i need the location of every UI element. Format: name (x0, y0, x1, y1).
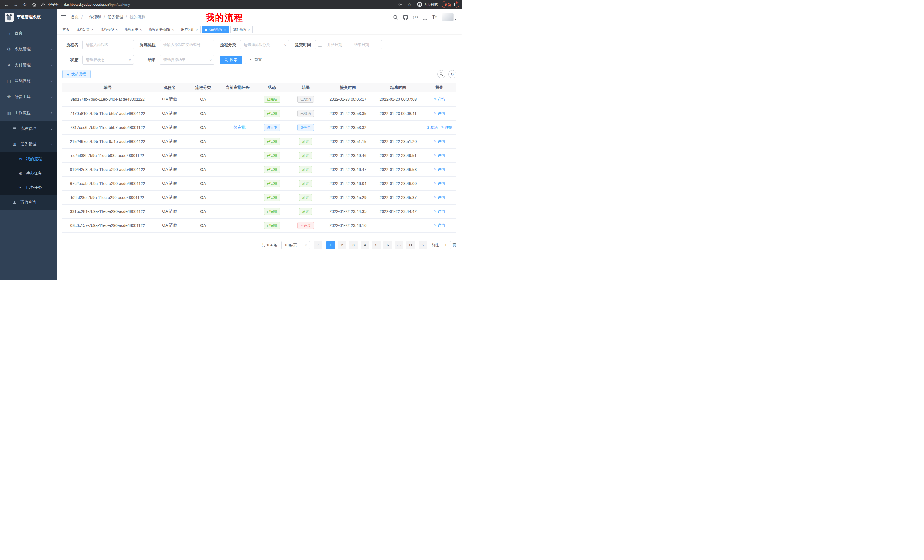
process-name-input[interactable] (82, 40, 134, 49)
close-icon[interactable]: × (140, 28, 142, 31)
cancel-link[interactable]: ⊘取消 (427, 125, 438, 130)
close-icon[interactable]: × (92, 28, 94, 31)
detail-link[interactable]: ✎详情 (434, 153, 445, 158)
pager-page-5[interactable]: 5 (372, 241, 381, 249)
detail-link[interactable]: ✎详情 (434, 209, 445, 214)
goto-label: 前往 (432, 243, 439, 248)
result-select-input[interactable] (160, 55, 214, 64)
detail-link[interactable]: ✎详情 (434, 181, 445, 186)
chevron-down-icon: ∨ (51, 96, 52, 99)
pager-ellipsis[interactable]: ··· (395, 241, 404, 249)
tab-process-form[interactable]: 流程表单× (122, 26, 144, 33)
breadcrumb-item[interactable]: 首页 (71, 15, 79, 20)
status-badge: 已完成 (264, 194, 280, 201)
sidebar-item-done-tasks[interactable]: ✂已办任务 (0, 180, 57, 195)
sidebar-item-dev-tools[interactable]: ⚒研发工具∨ (0, 89, 57, 105)
more-menu-icon[interactable]: ⋮ (453, 3, 457, 7)
pager-page-2[interactable]: 2 (338, 241, 346, 249)
sidebar-item-home[interactable]: ⌂首页 (0, 25, 57, 41)
tab-process-definition[interactable]: 流程定义× (74, 26, 96, 33)
category-select-input[interactable] (240, 40, 289, 49)
reset-button[interactable]: ↻ 重置 (245, 55, 266, 64)
close-icon[interactable]: × (116, 28, 118, 31)
sidebar-item-todo-tasks[interactable]: ◉待办任务 (0, 166, 57, 180)
bookmark-star-icon[interactable]: ☆ (406, 1, 413, 8)
user-avatar[interactable]: ▾ (442, 13, 456, 21)
key-icon[interactable] (397, 1, 404, 8)
back-icon[interactable]: ← (3, 1, 10, 8)
toggle-search-button[interactable] (438, 70, 446, 78)
sidebar-item-payment-management[interactable]: ¥支付管理∨ (0, 57, 57, 73)
status-badge: 已完成 (264, 180, 280, 187)
caret-down-icon: ▾ (455, 18, 456, 21)
detail-link[interactable]: ✎详情 (434, 139, 445, 144)
owner-process-input[interactable] (160, 40, 214, 49)
create-process-button[interactable]: + 发起流程 (62, 70, 90, 78)
update-button[interactable]: 更新 ⋮ (442, 1, 459, 8)
sidebar-item-task-management[interactable]: ⊞任务管理∧ (0, 136, 57, 152)
pager-page-4[interactable]: 4 (361, 241, 369, 249)
cell-category: OA (186, 190, 220, 204)
row-actions: ✎详情 (434, 153, 445, 158)
tab-process-form-edit[interactable]: 流程表单-编辑× (146, 26, 177, 33)
result-badge: 处理中 (297, 124, 314, 131)
top-navbar: 首页/工作流程/任务管理/我的流程 我的流程 ? TT ▾ (57, 9, 462, 25)
sidebar-item-leave-query[interactable]: ♟请假查询 (0, 195, 57, 210)
pager-page-3[interactable]: 3 (349, 241, 358, 249)
sidebar-item-infrastructure[interactable]: ▤基础设施∨ (0, 73, 57, 89)
sidebar-item-workflow[interactable]: ▦工作流程∧ (0, 105, 57, 121)
detail-link[interactable]: ✎详情 (434, 111, 445, 116)
breadcrumb-item[interactable]: 工作流程 (85, 15, 101, 20)
sidebar-item-system-management[interactable]: ⚙系统管理∨ (0, 41, 57, 57)
start-date-input[interactable] (324, 42, 346, 47)
task-link[interactable]: 一级审批 (230, 125, 246, 130)
detail-link[interactable]: ✎详情 (434, 223, 445, 228)
page-size-select[interactable]: 10条/页 ∨ (281, 241, 310, 249)
forward-icon[interactable]: → (12, 1, 20, 8)
cell-status: 已完成 (255, 148, 289, 162)
status-select-input[interactable] (82, 55, 134, 64)
hamburger-icon[interactable] (61, 15, 66, 19)
home-icon[interactable] (30, 1, 38, 8)
reload-icon[interactable]: ↻ (21, 1, 28, 8)
font-size-icon[interactable]: TT (432, 15, 437, 20)
detail-link[interactable]: ✎详情 (441, 125, 452, 130)
tab-home[interactable]: 首页 (60, 26, 72, 33)
search-button[interactable]: 搜索 (220, 55, 242, 64)
close-icon[interactable]: × (248, 28, 250, 31)
end-date-input[interactable] (350, 42, 373, 47)
detail-link[interactable]: ✎详情 (434, 195, 445, 200)
close-icon[interactable]: × (172, 28, 174, 31)
result-select[interactable]: ∨ (160, 55, 214, 64)
row-actions: ✎详情 (434, 111, 445, 116)
next-page-button[interactable]: › (419, 241, 428, 249)
tab-my-process[interactable]: 我的流程× (202, 26, 229, 33)
pager-page-1[interactable]: 1 (326, 241, 335, 249)
pager-page-11[interactable]: 11 (406, 241, 415, 249)
tab-initiate-process[interactable]: 发起流程× (230, 26, 253, 33)
cell-submit-time: 2022-01-22 23:53:32 (322, 120, 374, 135)
status-select[interactable]: ∨ (82, 55, 134, 64)
detail-link[interactable]: ✎详情 (434, 97, 445, 102)
category-select[interactable]: ∨ (240, 40, 289, 49)
cell-status: 已完成 (255, 219, 289, 232)
pager-page-6[interactable]: 6 (384, 241, 392, 249)
search-icon[interactable] (393, 15, 398, 20)
fullscreen-icon[interactable] (423, 15, 428, 20)
help-icon[interactable]: ? (413, 15, 418, 19)
prev-page-button[interactable]: ‹ (314, 241, 322, 249)
close-icon[interactable]: × (196, 28, 198, 31)
tab-user-group[interactable]: 用户分组× (178, 26, 201, 33)
github-icon[interactable] (403, 15, 408, 20)
goto-page-input[interactable] (441, 241, 451, 249)
tab-process-model[interactable]: 流程模型× (98, 26, 120, 33)
close-icon[interactable]: × (224, 28, 226, 31)
date-range-picker[interactable]: - (315, 40, 382, 49)
address-bar[interactable]: 不安全 | dashboard.yudao.iocoder.cn/bpm/tas… (41, 2, 395, 7)
sidebar-item-process-management[interactable]: ☰流程管理∨ (0, 121, 57, 136)
cell-result: 已取消 (289, 93, 322, 106)
sidebar-item-my-process[interactable]: ✉我的流程 (0, 152, 57, 166)
breadcrumb-item[interactable]: 任务管理 (107, 15, 123, 20)
detail-link[interactable]: ✎详情 (434, 167, 445, 172)
refresh-list-button[interactable]: ↻ (448, 70, 456, 78)
